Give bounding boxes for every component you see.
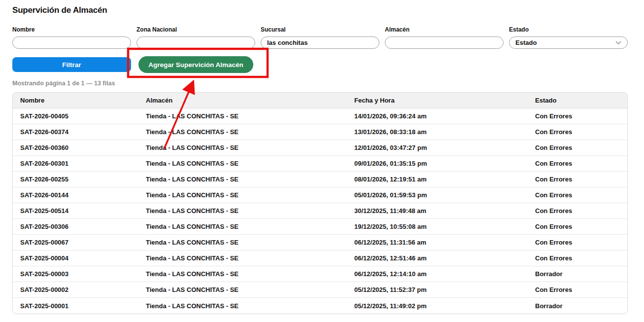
- cell-estado: Con Errores: [535, 223, 627, 230]
- cell-estado: Con Errores: [535, 128, 627, 136]
- cell-nombre: SAT-2025-00004: [20, 254, 146, 262]
- table-row[interactable]: SAT-2026-00360 Tienda - LAS CONCHITAS - …: [13, 140, 627, 156]
- table-row[interactable]: SAT-2025-00002 Tienda - LAS CONCHITAS - …: [13, 282, 627, 298]
- cell-estado: Con Errores: [535, 176, 627, 183]
- table-row[interactable]: SAT-2025-00306 Tienda - LAS CONCHITAS - …: [13, 219, 627, 235]
- filter-field-estado: Estado Estado: [509, 26, 628, 49]
- cell-fecha-hora: 05/01/2026, 01:59:53 pm: [354, 191, 535, 199]
- pagination-summary: Mostrando página 1 de 1 — 13 filas: [12, 80, 628, 87]
- cell-estado: Con Errores: [535, 239, 627, 246]
- zona-nacional-label: Zona Nacional: [136, 26, 255, 33]
- table-row[interactable]: SAT-2025-00514 Tienda - LAS CONCHITAS - …: [13, 203, 627, 219]
- zona-nacional-input[interactable]: [136, 36, 255, 49]
- table-row[interactable]: SAT-2026-00405 Tienda - LAS CONCHITAS - …: [13, 108, 627, 124]
- cell-estado: Borrador: [535, 302, 627, 310]
- cell-nombre: SAT-2025-00067: [20, 239, 146, 246]
- cell-almacen: Tienda - LAS CONCHITAS - SE: [146, 239, 354, 246]
- filter-field-almacen: Almacén: [385, 26, 504, 49]
- cell-fecha-hora: 09/01/2026, 01:35:15 pm: [354, 160, 535, 167]
- cell-almacen: Tienda - LAS CONCHITAS - SE: [146, 270, 354, 278]
- cell-fecha-hora: 05/12/2025, 11:52:37 pm: [354, 286, 535, 293]
- almacen-input[interactable]: [385, 36, 504, 49]
- cell-almacen: Tienda - LAS CONCHITAS - SE: [146, 160, 354, 167]
- table-header-row: Nombre Almacén Fecha y Hora Estado: [13, 93, 627, 108]
- cell-nombre: SAT-2025-00306: [20, 223, 146, 230]
- add-supervision-button[interactable]: Agregar Supervición Almacén: [138, 56, 253, 73]
- nombre-label: Nombre: [12, 26, 131, 33]
- cell-estado: Con Errores: [535, 286, 627, 293]
- cell-almacen: Tienda - LAS CONCHITAS - SE: [146, 191, 354, 199]
- cell-fecha-hora: 08/01/2026, 12:19:51 am: [354, 176, 535, 183]
- filter-field-nombre: Nombre: [12, 26, 131, 49]
- table-body: SAT-2026-00405 Tienda - LAS CONCHITAS - …: [13, 108, 627, 314]
- cell-fecha-hora: 06/12/2025, 11:31:56 am: [354, 239, 535, 246]
- table-row[interactable]: SAT-2026-00144 Tienda - LAS CONCHITAS - …: [13, 187, 627, 203]
- cell-almacen: Tienda - LAS CONCHITAS - SE: [146, 144, 354, 151]
- actions-row: Filtrar Agregar Supervición Almacén: [12, 56, 628, 73]
- cell-nombre: SAT-2026-00374: [20, 128, 146, 136]
- column-header-almacen: Almacén: [146, 97, 354, 104]
- column-header-nombre: Nombre: [20, 97, 146, 104]
- cell-nombre: SAT-2026-00405: [20, 112, 146, 120]
- cell-fecha-hora: 06/12/2025, 12:51:46 am: [354, 254, 535, 262]
- cell-nombre: SAT-2025-00514: [20, 207, 146, 215]
- filter-field-sucursal: Sucursal: [261, 26, 379, 49]
- column-header-estado: Estado: [535, 97, 627, 104]
- cell-nombre: SAT-2025-00002: [20, 286, 146, 293]
- cell-nombre: SAT-2026-00144: [20, 191, 146, 199]
- supervision-table: Nombre Almacén Fecha y Hora Estado SAT-2…: [12, 92, 628, 314]
- cell-fecha-hora: 12/01/2026, 03:47:27 pm: [354, 144, 535, 151]
- column-header-fecha-hora: Fecha y Hora: [354, 97, 535, 104]
- nombre-input[interactable]: [12, 36, 131, 49]
- cell-estado: Con Errores: [535, 144, 627, 151]
- estado-select[interactable]: Estado: [509, 36, 628, 49]
- filter-button[interactable]: Filtrar: [12, 57, 131, 72]
- table-row[interactable]: SAT-2025-00003 Tienda - LAS CONCHITAS - …: [13, 266, 627, 282]
- sucursal-input[interactable]: [261, 36, 379, 49]
- table-row[interactable]: SAT-2025-00001 Tienda - LAS CONCHITAS - …: [13, 298, 627, 314]
- estado-select-value: Estado: [515, 39, 537, 46]
- filter-bar: Nombre Zona Nacional Sucursal Almacén Es…: [12, 26, 628, 49]
- cell-almacen: Tienda - LAS CONCHITAS - SE: [146, 176, 354, 183]
- cell-almacen: Tienda - LAS CONCHITAS - SE: [146, 302, 354, 310]
- cell-almacen: Tienda - LAS CONCHITAS - SE: [146, 128, 354, 136]
- sucursal-label: Sucursal: [261, 26, 379, 33]
- cell-almacen: Tienda - LAS CONCHITAS - SE: [146, 286, 354, 293]
- cell-nombre: SAT-2026-00301: [20, 160, 146, 167]
- cell-fecha-hora: 14/01/2026, 09:36:24 am: [354, 112, 535, 120]
- filter-field-zona-nacional: Zona Nacional: [136, 26, 255, 49]
- warehouse-supervision-page: Supervición de Almacén Nombre Zona Nacio…: [0, 5, 644, 314]
- almacen-label: Almacén: [385, 26, 504, 33]
- cell-almacen: Tienda - LAS CONCHITAS - SE: [146, 254, 354, 262]
- cell-estado: Con Errores: [535, 191, 627, 199]
- cell-nombre: SAT-2026-00255: [20, 176, 146, 183]
- cell-fecha-hora: 30/12/2025, 11:49:48 am: [354, 207, 535, 215]
- cell-almacen: Tienda - LAS CONCHITAS - SE: [146, 112, 354, 120]
- cell-almacen: Tienda - LAS CONCHITAS - SE: [146, 223, 354, 230]
- cell-nombre: SAT-2025-00003: [20, 270, 146, 278]
- cell-fecha-hora: 05/12/2025, 11:49:02 pm: [354, 302, 535, 310]
- table-row[interactable]: SAT-2025-00004 Tienda - LAS CONCHITAS - …: [13, 250, 627, 266]
- table-row[interactable]: SAT-2026-00255 Tienda - LAS CONCHITAS - …: [13, 172, 627, 187]
- cell-estado: Con Errores: [535, 160, 627, 167]
- cell-estado: Con Errores: [535, 112, 627, 120]
- table-row[interactable]: SAT-2026-00374 Tienda - LAS CONCHITAS - …: [13, 124, 627, 140]
- cell-fecha-hora: 06/12/2025, 12:14:10 am: [354, 270, 535, 278]
- table-row[interactable]: SAT-2025-00067 Tienda - LAS CONCHITAS - …: [13, 235, 627, 250]
- cell-fecha-hora: 13/01/2026, 08:33:18 am: [354, 128, 535, 136]
- table-row[interactable]: SAT-2026-00301 Tienda - LAS CONCHITAS - …: [13, 156, 627, 172]
- page-title: Supervición de Almacén: [12, 5, 628, 15]
- cell-nombre: SAT-2025-00001: [20, 302, 146, 310]
- cell-almacen: Tienda - LAS CONCHITAS - SE: [146, 207, 354, 215]
- cell-nombre: SAT-2026-00360: [20, 144, 146, 151]
- cell-fecha-hora: 19/12/2025, 10:55:08 am: [354, 223, 535, 230]
- cell-estado: Con Errores: [535, 254, 627, 262]
- estado-label: Estado: [509, 26, 628, 33]
- cell-estado: Borrador: [535, 270, 627, 278]
- chevron-down-icon: [615, 41, 621, 45]
- cell-estado: Con Errores: [535, 207, 627, 215]
